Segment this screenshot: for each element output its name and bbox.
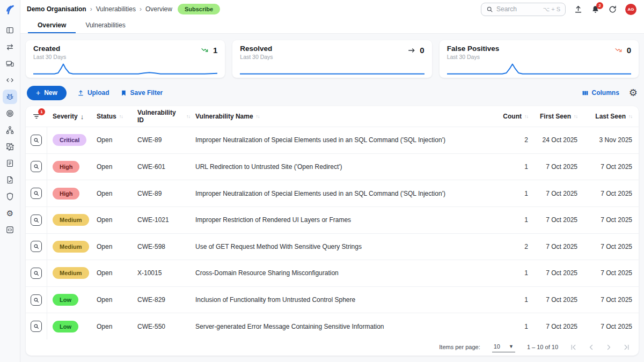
- search-input[interactable]: [496, 5, 534, 13]
- view-details-button[interactable]: [31, 188, 42, 199]
- tab-vulnerabilities[interactable]: Vulnerabilities: [76, 18, 135, 33]
- severity-cell: High: [47, 161, 91, 173]
- table-row[interactable]: CriticalOpenCWE-89Improper Neutralizatio…: [26, 127, 639, 153]
- view-details-button[interactable]: [31, 268, 42, 279]
- sidebar: ⚙: [0, 0, 20, 362]
- sort-toggle-icon[interactable]: ↑↓: [574, 114, 577, 119]
- upload-icon[interactable]: [574, 5, 583, 14]
- status-cell: Open: [91, 136, 132, 144]
- card-subtitle: Last 30 Days: [33, 54, 66, 60]
- sort-toggle-icon[interactable]: ↑↓: [256, 114, 260, 119]
- column-header-severity[interactable]: Severity↓: [47, 113, 91, 121]
- table-row[interactable]: HighOpenCWE-601URL Redirection to Untrus…: [26, 153, 639, 180]
- upload-button[interactable]: Upload: [77, 89, 109, 97]
- table-row[interactable]: MediumOpenCWE-598Use of GET Request Meth…: [26, 233, 639, 260]
- sort-desc-icon[interactable]: ↓: [80, 113, 84, 121]
- next-page-icon[interactable]: [605, 344, 612, 351]
- count-cell: 1: [495, 216, 528, 224]
- notifications-bell-icon[interactable]: 2: [591, 5, 600, 14]
- column-header-last-seen[interactable]: Last Seen↑↓: [577, 113, 632, 120]
- count-cell: 1: [495, 163, 528, 171]
- table-row[interactable]: MediumOpenX-10015Cross-Domain Resource S…: [26, 260, 639, 286]
- sidebar-item-code-icon[interactable]: [3, 73, 17, 87]
- count-cell: 1: [495, 269, 528, 277]
- magnifier-icon: [33, 190, 39, 196]
- view-details-button[interactable]: [31, 241, 42, 252]
- table-row[interactable]: LowOpenCWE-829Inclusion of Functionality…: [26, 286, 639, 313]
- view-details-button[interactable]: [31, 161, 42, 172]
- column-header-first-seen[interactable]: First Seen↑↓: [528, 113, 577, 120]
- sidebar-item-network-map-icon[interactable]: [3, 123, 17, 137]
- sidebar-item-assets-icon[interactable]: [3, 139, 17, 154]
- view-details-button[interactable]: [31, 294, 42, 306]
- sidebar-item-devices-icon[interactable]: [3, 56, 17, 71]
- stat-card-false-positives[interactable]: False Positives Last 30 Days 0: [440, 40, 639, 78]
- columns-button[interactable]: Columns: [582, 89, 619, 97]
- search-box[interactable]: ⌥ + S: [481, 3, 566, 16]
- stat-card-resolved[interactable]: Resolved Last 30 Days 0: [232, 40, 431, 78]
- vulnerabilities-table: 1 Severity↓ Status↑↓ Vulnerability ID↑↓ …: [26, 106, 639, 356]
- sort-toggle-icon[interactable]: ↑↓: [628, 114, 632, 119]
- last-seen-cell: 7 Oct 2025: [577, 323, 632, 330]
- breadcrumb-separator: ›: [140, 5, 142, 13]
- filter-count-badge: 1: [38, 108, 45, 115]
- breadcrumb-org[interactable]: Demo Organisation: [27, 5, 86, 13]
- breadcrumb: Demo Organisation › Vulnerabilities › Ov…: [27, 5, 172, 13]
- table-row[interactable]: HighOpenCWE-89Improper Neutralization of…: [26, 180, 639, 206]
- view-details-button[interactable]: [31, 321, 42, 332]
- vuln-name-cell: Improper Neutralization of Special Eleme…: [190, 190, 495, 197]
- column-header-count[interactable]: Count↑↓: [495, 113, 528, 120]
- breadcrumb-page[interactable]: Overview: [145, 5, 172, 13]
- items-per-page-select[interactable]: 10 ▼: [492, 342, 515, 352]
- first-page-icon[interactable]: [570, 344, 577, 351]
- card-value: 0: [627, 46, 631, 55]
- pagination-nav: [570, 344, 630, 351]
- vuln-id-cell: CWE-89: [132, 136, 190, 144]
- sort-toggle-icon[interactable]: ↑↓: [186, 114, 190, 119]
- new-button[interactable]: +New: [27, 86, 67, 100]
- stat-card-created[interactable]: Created Last 30 Days 1: [26, 40, 225, 78]
- sidebar-item-documents-icon[interactable]: [3, 173, 17, 187]
- search-shortcut-hint: ⌥ + S: [543, 6, 560, 13]
- table-settings-gear-icon[interactable]: ⚙: [629, 88, 638, 98]
- sort-toggle-icon[interactable]: ↑↓: [119, 114, 123, 119]
- table-row[interactable]: LowOpenCWE-550Server-generated Error Mes…: [26, 313, 639, 339]
- save-filter-button[interactable]: Save Filter: [120, 89, 163, 97]
- breadcrumb-separator: ›: [90, 5, 92, 13]
- column-header-vuln-id[interactable]: Vulnerability ID↑↓: [132, 109, 190, 124]
- column-header-status[interactable]: Status↑↓: [91, 113, 132, 120]
- card-value: 1: [213, 46, 217, 55]
- app-logo-icon[interactable]: [4, 4, 16, 16]
- last-page-icon[interactable]: [623, 344, 630, 351]
- sparkline-chart: [33, 62, 217, 75]
- severity-cell: Low: [47, 321, 91, 333]
- sidebar-item-api-icon[interactable]: [3, 223, 17, 237]
- main-area: Demo Organisation › Vulnerabilities › Ov…: [20, 0, 644, 362]
- previous-page-icon[interactable]: [588, 344, 595, 351]
- refresh-icon[interactable]: [608, 5, 617, 14]
- card-title: False Positives: [447, 45, 500, 53]
- sidebar-item-compliance-shield-icon[interactable]: [3, 189, 17, 204]
- tab-overview[interactable]: Overview: [28, 18, 76, 33]
- view-details-button[interactable]: [31, 215, 42, 226]
- subscribe-badge[interactable]: Subscribe: [178, 4, 220, 14]
- sidebar-item-dashboard-icon[interactable]: [3, 23, 17, 38]
- filter-button[interactable]: 1: [32, 112, 41, 121]
- table-row[interactable]: MediumOpenCWE-1021Improper Restriction o…: [26, 206, 639, 233]
- column-header-vuln-name[interactable]: Vulnerability Name↑↓: [190, 113, 495, 120]
- sparkline-chart: [447, 62, 631, 75]
- user-avatar[interactable]: AG: [625, 4, 636, 15]
- sidebar-item-traffic-icon[interactable]: [3, 40, 17, 54]
- sidebar-item-vulnerabilities-icon[interactable]: [3, 90, 17, 104]
- sort-toggle-icon[interactable]: ↑↓: [524, 114, 528, 119]
- status-cell: Open: [91, 323, 132, 330]
- breadcrumb-section[interactable]: Vulnerabilities: [96, 5, 136, 13]
- row-actions-cell: [26, 207, 47, 233]
- count-cell: 1: [495, 190, 528, 197]
- severity-cell: Medium: [47, 214, 91, 226]
- sidebar-item-settings-icon[interactable]: ⚙: [3, 206, 17, 220]
- count-cell: 1: [495, 296, 528, 304]
- sidebar-item-reports-icon[interactable]: [3, 156, 17, 171]
- sidebar-item-scan-surface-icon[interactable]: [3, 106, 17, 121]
- view-details-button[interactable]: [31, 135, 42, 146]
